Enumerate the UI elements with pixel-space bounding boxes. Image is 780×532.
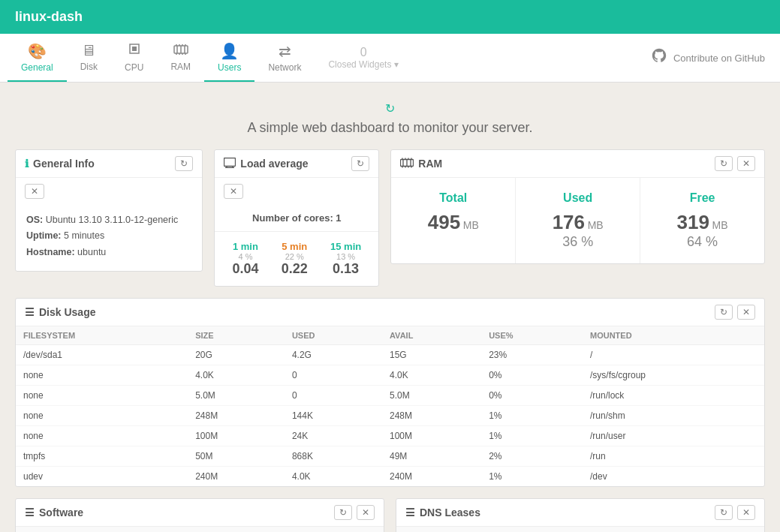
load-col-1min: 1 min 4 % 0.04: [232, 241, 258, 277]
ram-total-col: Total 495 MB: [391, 178, 516, 263]
disk-icon: 🖥: [81, 42, 96, 59]
disk-usage-header: ☰ Disk Usage ↻ ✕: [16, 299, 764, 326]
main-content: ↻ A simple web dashboard to monitor your…: [0, 83, 780, 532]
closed-widgets-dropdown[interactable]: 0 Closed Widgets ▾: [315, 38, 411, 77]
software-header-row: SOFTWARE INSTALLATION: [16, 527, 384, 532]
ram-used-label: Used: [523, 191, 632, 205]
load-5min-label: 5 min: [282, 241, 308, 252]
dns-col-mac: MAC ADDRESS: [486, 527, 593, 532]
table-row: none4.0K04.0K0%/sys/fs/cgroup: [16, 365, 764, 386]
software-col-name: SOFTWARE: [16, 527, 182, 532]
nav-network[interactable]: ⇄ Network: [254, 35, 315, 82]
table-row: /dev/sda120G4.2G15G23%/: [16, 345, 764, 365]
general-info-title: ℹ General Info: [25, 158, 175, 170]
software-widget: ☰ Software ↻ ✕ SOFTWARE INSTALLATION: [15, 498, 384, 532]
load-col-15min: 15 min 13 % 0.13: [330, 241, 361, 277]
closed-widgets-count: 0: [360, 46, 367, 59]
nav-cpu[interactable]: CPU: [111, 34, 157, 82]
hostname-label: Hostname:: [26, 247, 75, 257]
load-1min-pct: 4 %: [232, 252, 258, 261]
os-row: OS: Ubuntu 13.10 3.11.0-12-generic: [26, 212, 191, 228]
ram-free-val: 319: [677, 211, 709, 233]
cores-label: Number of cores: 1: [215, 205, 378, 232]
load-stats: 1 min 4 % 0.04 5 min 22 % 0.22 15 min 13…: [215, 232, 378, 286]
ram-free-label: Free: [648, 191, 757, 205]
svg-rect-1: [132, 47, 137, 51]
topbar: linux-dash: [0, 0, 780, 34]
load-5min-pct: 22 %: [282, 252, 308, 261]
disk-table-header-row: FILESYSTEM SIZE USED AVAIL USE% MOUNTED: [16, 326, 764, 345]
nav-users-label: Users: [218, 62, 241, 73]
dns-leases-header-row: EXPIRES AT MAC ADDRESS IP ADDRESS HOSTNA…: [396, 527, 764, 532]
nav-general-label: General: [21, 62, 53, 73]
software-close-btn[interactable]: ✕: [357, 505, 375, 520]
load-average-header: Load average ↻: [215, 150, 378, 178]
info-icon: ℹ: [25, 158, 29, 170]
load-close-btn[interactable]: ✕: [224, 184, 243, 199]
table-row: tmpfs50M868K49M2%/run: [16, 446, 764, 467]
svg-rect-14: [224, 158, 236, 166]
software-title: ☰ Software: [25, 506, 334, 518]
disk-usage-icon: ☰: [25, 306, 35, 318]
ram-free-value-row: 319 MB: [648, 211, 757, 234]
disk-col-filesystem: FILESYSTEM: [16, 326, 188, 345]
nav-general[interactable]: 🎨 General: [8, 35, 67, 82]
ram-close-btn[interactable]: ✕: [737, 156, 755, 171]
general-info-close-btn[interactable]: ✕: [25, 184, 44, 199]
table-row: none100M24K100M1%/run/user: [16, 426, 764, 446]
uptime-label: Uptime:: [26, 230, 62, 241]
os-value: Ubuntu 13.10 3.11.0-12-generic: [46, 215, 179, 225]
disk-usage-refresh-btn[interactable]: ↻: [715, 305, 733, 320]
ram-stats: Total 495 MB Used 176 MB 36 % Free: [391, 178, 764, 263]
hostname-value: ubuntu: [77, 247, 106, 257]
load-15min-label: 15 min: [330, 241, 361, 252]
nav-users[interactable]: 👤 Users: [204, 35, 254, 82]
general-info-refresh-btn[interactable]: ↻: [175, 156, 193, 171]
ram-title: RAM: [400, 158, 715, 170]
dns-leases-table: EXPIRES AT MAC ADDRESS IP ADDRESS HOSTNA…: [396, 527, 764, 532]
page-subtitle: A simple web dashboard to monitor your s…: [247, 120, 532, 136]
disk-usage-widget: ☰ Disk Usage ↻ ✕ FILESYSTEM SIZE USED AV…: [15, 298, 765, 487]
disk-col-size: SIZE: [188, 326, 285, 345]
uptime-value: 5 minutes: [64, 230, 104, 241]
ram-free-col: Free 319 MB 64 %: [640, 178, 764, 263]
load-15min-val: 0.13: [330, 261, 361, 277]
dns-icon: ☰: [405, 506, 415, 518]
disk-usage-title: ☰ Disk Usage: [25, 306, 715, 318]
hostname-row: Hostname: ubuntu: [26, 245, 191, 260]
load-average-title: Load average: [224, 158, 351, 170]
dns-leases-widget: ☰ DNS Leases ↻ ✕ EXPIRES AT MAC ADDRESS …: [396, 498, 765, 532]
nav-ram[interactable]: RAM: [157, 35, 204, 81]
bottom-row: ☰ Software ↻ ✕ SOFTWARE INSTALLATION: [15, 498, 765, 532]
general-info-close-btn-row: ✕: [16, 178, 202, 205]
top-cards-row: ℹ General Info ↻ ✕ OS: Ubuntu 13.10 3.11…: [15, 149, 765, 287]
ram-widget: RAM ↻ ✕ Total 495 MB Used: [390, 149, 765, 264]
ram-free-pct: 64 %: [648, 234, 757, 250]
dns-leases-close-btn[interactable]: ✕: [737, 505, 755, 520]
ram-actions: ↻ ✕: [715, 156, 755, 171]
disk-col-avail: AVAIL: [382, 326, 481, 345]
ram-refresh-btn[interactable]: ↻: [715, 156, 733, 171]
github-link[interactable]: Contribute on GitHub: [643, 40, 772, 76]
software-refresh-btn[interactable]: ↻: [334, 505, 352, 520]
uptime-row: Uptime: 5 minutes: [26, 228, 191, 244]
general-info-content: OS: Ubuntu 13.10 3.11.0-12-generic Uptim…: [16, 205, 202, 271]
dns-col-expires: EXPIRES AT: [396, 527, 486, 532]
refresh-icon[interactable]: ↻: [385, 101, 395, 116]
dns-col-ip: IP ADDRESS: [592, 527, 684, 532]
ram-icon: [173, 42, 188, 59]
general-info-widget: ℹ General Info ↻ ✕ OS: Ubuntu 13.10 3.11…: [15, 149, 203, 272]
ram-used-col: Used 176 MB 36 %: [516, 178, 640, 263]
nav-disk[interactable]: 🖥 Disk: [67, 35, 111, 81]
cores-value: 1: [336, 212, 341, 224]
software-actions: ↻ ✕: [334, 505, 375, 520]
disk-usage-actions: ↻ ✕: [715, 305, 755, 320]
load-average-refresh-btn[interactable]: ↻: [351, 156, 369, 171]
monitor-icon: [224, 158, 236, 170]
nav-cpu-label: CPU: [125, 62, 143, 73]
ram-header-icon: [400, 158, 414, 170]
nav: 🎨 General 🖥 Disk CPU RAM 👤 Users ⇄ Netwo…: [0, 34, 780, 83]
disk-usage-close-btn[interactable]: ✕: [737, 305, 755, 320]
dns-leases-refresh-btn[interactable]: ↻: [715, 505, 733, 520]
ram-free-unit: MB: [712, 219, 728, 231]
